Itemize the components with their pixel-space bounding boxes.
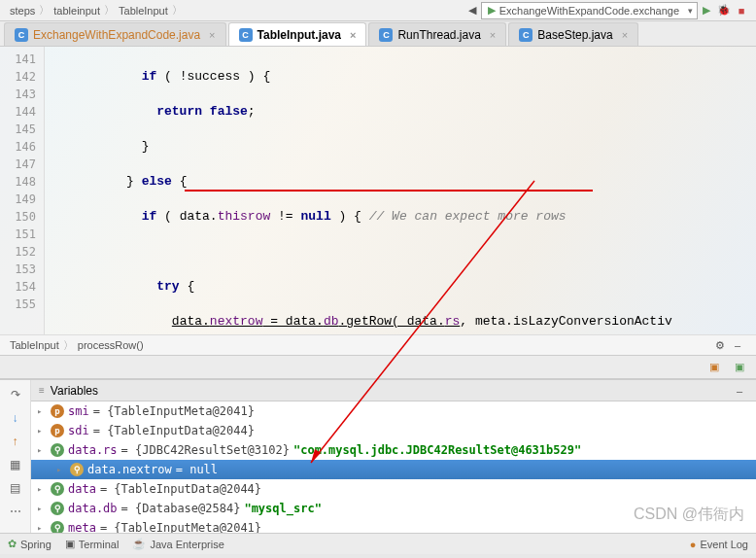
variables-tree[interactable]: ▸p smi = {TableInputMeta@2041}▸p sdi = {… — [31, 401, 756, 533]
code-area[interactable]: if ( !success ) { return false; } } else… — [45, 47, 756, 334]
crumb-class[interactable]: TableInput — [115, 5, 172, 17]
stop-icon[interactable]: ■ — [733, 2, 750, 19]
crumb-steps[interactable]: steps — [6, 5, 39, 17]
editor-crumb-bar: TableInput〉processRow() ⚙ – — [0, 334, 756, 356]
crumb-method[interactable]: processRow() — [78, 339, 144, 351]
crumb-class2[interactable]: TableInput — [10, 339, 59, 351]
terminal-tab[interactable]: ▣Terminal — [65, 538, 120, 550]
variable-row[interactable]: ▸p smi = {TableInputMeta@2041} — [31, 401, 756, 421]
java-class-icon: C — [519, 28, 533, 42]
debug-toolbar: ▣ ▣ — [0, 356, 756, 379]
java-ee-tab[interactable]: ☕Java Enterprise — [132, 538, 223, 550]
nav-back-icon[interactable]: ◀ — [464, 2, 481, 19]
frames-icon[interactable]: ▦ — [7, 456, 24, 473]
editor-tabs: CExchangeWithExpandCode.java× CTableInpu… — [0, 21, 756, 47]
debug-icon[interactable]: 🐞 — [715, 2, 733, 19]
step-over-icon[interactable]: ↷ — [7, 386, 24, 403]
repl-icon[interactable]: ▤ — [7, 479, 24, 497]
step-down-icon[interactable]: ↓ — [7, 409, 24, 427]
minimize-icon[interactable]: – — [729, 336, 746, 354]
variables-title: Variables — [51, 384, 98, 398]
tool-2-icon[interactable]: ▣ — [731, 359, 748, 376]
close-icon[interactable]: × — [350, 29, 356, 41]
tab-runthread[interactable]: CRunThread.java× — [368, 22, 506, 46]
minimize-icon[interactable]: – — [731, 382, 748, 400]
java-class-icon: C — [15, 28, 28, 42]
java-class-icon: C — [379, 28, 393, 42]
crumb-tableinput[interactable]: tableinput — [50, 5, 104, 17]
step-up-icon[interactable]: ↑ — [7, 433, 24, 450]
variable-row[interactable]: ▸p sdi = {TableInputData@2044} — [31, 421, 756, 440]
breadcrumb-top: steps〉 tableinput〉 TableInput〉 ◀ ▶Exchan… — [0, 0, 756, 21]
misc-icon[interactable]: ⋯ — [7, 503, 24, 520]
variable-row[interactable]: ▸⚲ data.nextrow = null — [31, 460, 756, 479]
tab-exchange[interactable]: CExchangeWithExpandCode.java× — [4, 22, 226, 46]
close-icon[interactable]: × — [209, 29, 215, 41]
variable-row[interactable]: ▸⚲ data = {TableInputData@2044} — [31, 479, 756, 499]
java-class-icon: C — [239, 28, 253, 42]
line-gutter: 1411421431441451461471481491501511521531… — [0, 47, 45, 334]
tab-tableinput[interactable]: CTableInput.java× — [228, 22, 367, 46]
run-icon[interactable]: ▶ — [698, 2, 715, 19]
debug-side-tools: ↷ ↓ ↑ ▦ ▤ ⋯ — [0, 380, 31, 533]
tab-basestep[interactable]: CBaseStep.java× — [508, 22, 638, 46]
variable-row[interactable]: ▸⚲ meta = {TableInputMeta@2041} — [31, 518, 756, 533]
tool-1-icon[interactable]: ▣ — [705, 359, 723, 376]
variables-header: ≡ Variables – — [31, 380, 756, 401]
run-config-dropdown[interactable]: ▶ExchangeWithExpandCode.exchange — [481, 2, 698, 19]
gear-icon[interactable]: ⚙ — [711, 336, 729, 354]
code-editor[interactable]: 1411421431441451461471481491501511521531… — [0, 47, 756, 334]
variable-row[interactable]: ▸⚲ data.db = {Database@2584} "mysql_src" — [31, 499, 756, 518]
spring-tab[interactable]: ✿Spring — [8, 538, 52, 550]
status-bar: ✿Spring ▣Terminal ☕Java Enterprise ●Even… — [0, 533, 756, 554]
variable-row[interactable]: ▸⚲ data.rs = {JDBC42ResultSet@3102} "com… — [31, 440, 756, 460]
vars-icon: ≡ — [39, 385, 45, 396]
close-icon[interactable]: × — [622, 29, 628, 41]
event-log-tab[interactable]: ●Event Log — [690, 539, 748, 550]
close-icon[interactable]: × — [490, 29, 496, 41]
